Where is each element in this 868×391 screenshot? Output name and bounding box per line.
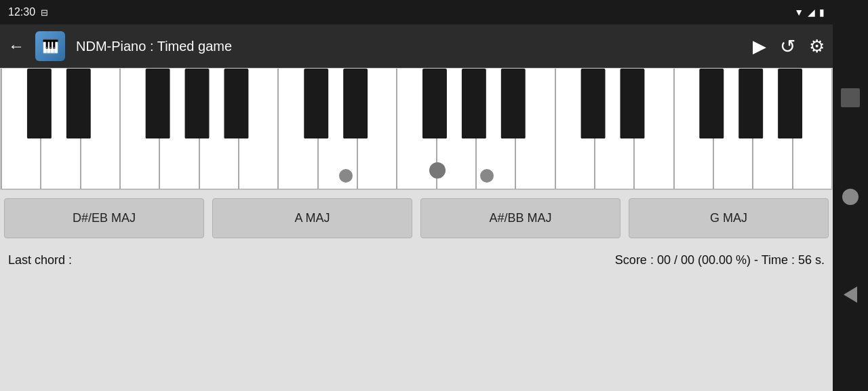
white-key[interactable]: [81, 69, 120, 189]
status-time: 12:30: [8, 6, 35, 18]
choices-container: D#/EB MAJ A MAJ A#/BB MAJ G MAJ: [0, 190, 833, 246]
white-key[interactable]: [1, 69, 41, 189]
white-key[interactable]: [239, 69, 278, 189]
status-icon: ⊟: [41, 7, 48, 18]
play-button[interactable]: ▶: [753, 36, 766, 57]
white-key[interactable]: [199, 69, 239, 189]
white-key[interactable]: [278, 69, 317, 189]
toolbar: ← 🎹 NDM-Piano : Timed game ▶ ↺ ⚙: [0, 24, 833, 68]
white-key[interactable]: [555, 69, 595, 189]
piano-dot-2: [480, 169, 494, 183]
choice-button-1[interactable]: D#/EB MAJ: [4, 198, 204, 238]
right-sidebar: [833, 0, 868, 391]
piano-wrapper: [1, 69, 832, 189]
settings-button[interactable]: ⚙: [809, 36, 825, 57]
right-bar-triangle: [844, 286, 857, 303]
choice-button-3[interactable]: A#/BB MAJ: [420, 198, 620, 238]
last-chord-label: Last chord :: [8, 253, 72, 267]
white-key[interactable]: [634, 69, 673, 189]
white-key[interactable]: [793, 69, 832, 189]
app-title: NDM-Piano : Timed game: [76, 39, 742, 54]
white-key[interactable]: [41, 69, 80, 189]
wifi-icon: ▼: [794, 7, 804, 18]
white-key[interactable]: [515, 69, 555, 189]
white-keys: [1, 69, 832, 189]
white-key[interactable]: [674, 69, 713, 189]
bottom-status: Last chord : Score : 00 / 00 (00.00 %) -…: [0, 246, 833, 274]
white-key[interactable]: [753, 69, 792, 189]
toolbar-actions: ▶ ↺ ⚙: [753, 35, 825, 58]
refresh-button[interactable]: ↺: [780, 35, 795, 58]
battery-icon: ▮: [819, 7, 825, 18]
white-key[interactable]: [318, 69, 357, 189]
white-key[interactable]: [357, 69, 397, 189]
choice-button-2[interactable]: A MAJ: [212, 198, 412, 238]
piano-dot-3: [429, 162, 446, 179]
white-key[interactable]: [713, 69, 753, 189]
white-key[interactable]: [595, 69, 634, 189]
white-key[interactable]: [120, 69, 159, 189]
choice-button-4[interactable]: G MAJ: [629, 198, 829, 238]
status-bar: 12:30 ⊟ ▼ ◢ ▮: [0, 0, 833, 24]
right-bar-circle: [842, 189, 859, 205]
status-right: ▼ ◢ ▮: [794, 7, 825, 18]
white-key[interactable]: [159, 69, 199, 189]
score-text: Score : 00 / 00 (00.00 %) - Time : 56 s.: [615, 253, 825, 267]
signal-icon: ◢: [808, 7, 815, 18]
back-button[interactable]: ←: [8, 37, 24, 56]
piano-dot-1: [339, 169, 353, 183]
piano-section: [0, 68, 833, 190]
right-bar-square: [841, 88, 860, 107]
status-left: 12:30 ⊟: [8, 6, 48, 18]
app-icon: 🎹: [35, 31, 65, 61]
